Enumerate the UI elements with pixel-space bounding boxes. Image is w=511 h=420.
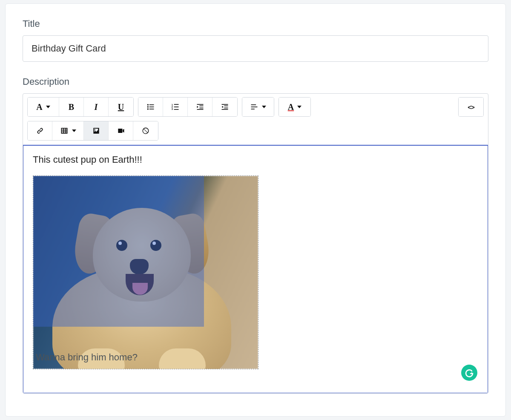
title-field-group: Title (23, 18, 488, 62)
align-left-icon (250, 103, 258, 111)
svg-rect-3 (149, 106, 154, 107)
italic-glyph: I (95, 102, 98, 112)
svg-rect-16 (197, 109, 203, 110)
code-glyph: <> (468, 104, 474, 111)
underline-button[interactable]: U (109, 98, 133, 116)
insert-group (27, 121, 158, 141)
align-group (242, 97, 274, 117)
align-button[interactable] (242, 98, 274, 116)
svg-rect-23 (251, 106, 258, 107)
svg-point-0 (147, 104, 148, 105)
link-button[interactable] (28, 121, 52, 140)
svg-rect-7 (174, 104, 178, 105)
bold-glyph: B (69, 102, 74, 112)
image-subject (52, 199, 231, 369)
description-field-group: Description A B I (23, 76, 488, 394)
outdent-button[interactable] (188, 98, 212, 116)
svg-rect-9 (174, 106, 178, 107)
svg-marker-18 (222, 106, 223, 108)
text-color-button[interactable]: A (279, 98, 310, 116)
font-style-glyph: A (36, 102, 42, 112)
rich-text-editor: A B I U (23, 93, 488, 394)
underline-glyph: U (118, 102, 124, 112)
svg-rect-19 (224, 106, 228, 106)
list-group: 123 (138, 97, 238, 117)
svg-rect-12 (197, 104, 203, 105)
inserted-image[interactable]: Wanna bring him home? (33, 175, 258, 369)
grammarly-icon (464, 368, 474, 378)
bullet-list-button[interactable] (138, 98, 163, 116)
font-style-button[interactable]: A (28, 98, 59, 116)
svg-rect-1 (149, 104, 154, 105)
color-group: A (278, 97, 311, 117)
ban-icon (141, 127, 150, 135)
description-label: Description (23, 76, 488, 87)
form-card: Title Description A B I (5, 3, 506, 417)
svg-marker-13 (197, 106, 198, 108)
image-button[interactable] (84, 121, 109, 140)
title-label: Title (23, 18, 488, 29)
link-icon (36, 127, 44, 135)
indent-button[interactable] (212, 98, 237, 116)
table-icon (60, 127, 69, 135)
title-input[interactable] (23, 35, 488, 62)
video-button[interactable] (109, 121, 133, 140)
italic-button[interactable]: I (84, 98, 109, 116)
editor-toolbar: A B I U (23, 94, 488, 145)
chevron-down-icon (72, 129, 76, 132)
source-code-button[interactable]: <> (459, 98, 483, 116)
image-icon (92, 127, 100, 135)
svg-rect-20 (224, 108, 228, 109)
table-button[interactable] (52, 121, 84, 140)
bullet-list-icon (146, 103, 155, 111)
svg-text:3: 3 (171, 108, 173, 110)
svg-rect-24 (251, 109, 255, 109)
source-group: <> (458, 97, 484, 117)
video-icon (117, 127, 125, 135)
svg-rect-21 (222, 109, 228, 110)
svg-rect-14 (199, 106, 203, 106)
chevron-down-icon (262, 106, 266, 108)
text-color-glyph: A (288, 102, 294, 112)
clear-format-button[interactable] (133, 121, 158, 140)
svg-rect-15 (199, 108, 203, 109)
editor-line-1: This cutest pup on Earth!!! (33, 154, 478, 165)
svg-point-4 (147, 108, 148, 109)
svg-rect-22 (251, 104, 256, 105)
font-group: A B I U (27, 97, 134, 117)
bold-button[interactable]: B (59, 98, 84, 116)
editor-caption: Wanna bring him home? (36, 352, 138, 363)
chevron-down-icon (297, 106, 301, 108)
numbered-list-button[interactable]: 123 (163, 98, 188, 116)
editor-content-area[interactable]: This cutest pup on Earth!!! (23, 145, 488, 394)
indent-icon (221, 103, 229, 111)
chevron-down-icon (46, 106, 50, 108)
grammarly-badge[interactable] (461, 365, 477, 381)
numbered-list-icon: 123 (171, 103, 180, 111)
svg-rect-11 (174, 109, 178, 110)
svg-point-2 (147, 106, 148, 107)
svg-rect-5 (149, 109, 154, 109)
outdent-icon (196, 103, 204, 111)
svg-rect-17 (222, 104, 228, 105)
